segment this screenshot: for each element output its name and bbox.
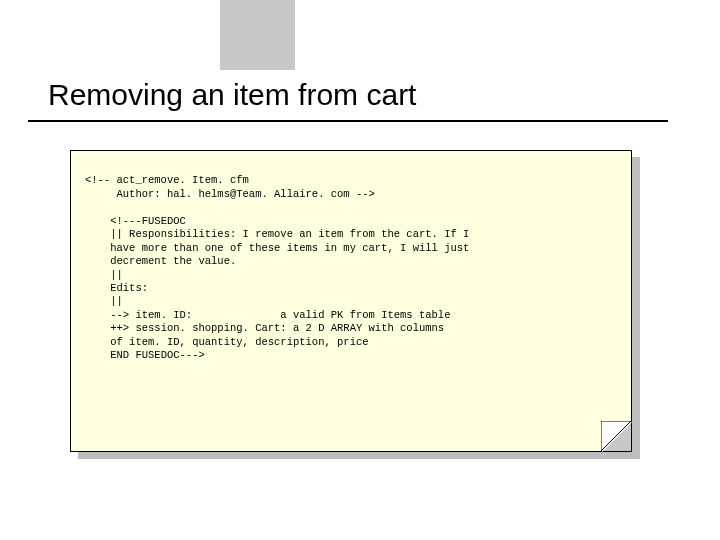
code-line: || bbox=[85, 269, 123, 281]
code-line: END FUSEDOC---> bbox=[85, 349, 205, 361]
code-line: ++> session. shopping. Cart: a 2 D ARRAY… bbox=[85, 322, 444, 334]
code-line: Edits: bbox=[85, 282, 148, 294]
code-note: <!-- act_remove. Item. cfm Author: hal. … bbox=[70, 150, 632, 452]
code-line: <!---FUSEDOC bbox=[85, 215, 186, 227]
code-line: <!-- act_remove. Item. cfm bbox=[85, 174, 249, 186]
code-line: Author: hal. helms@Team. Allaire. com --… bbox=[85, 188, 375, 200]
page-fold-outline-icon bbox=[601, 421, 631, 451]
code-line: --> item. ID: a valid PK from Items tabl… bbox=[85, 309, 450, 321]
decorative-top-band bbox=[220, 0, 295, 70]
title-underline bbox=[28, 120, 668, 122]
code-line: || Responsibilities: I remove an item fr… bbox=[85, 228, 469, 240]
code-line: of item. ID, quantity, description, pric… bbox=[85, 336, 369, 348]
code-line: decrement the value. bbox=[85, 255, 236, 267]
code-line: || bbox=[85, 295, 123, 307]
code-line: have more than one of these items in my … bbox=[85, 242, 469, 254]
code-block: <!-- act_remove. Item. cfm Author: hal. … bbox=[71, 151, 631, 386]
page-title: Removing an item from cart bbox=[48, 78, 416, 112]
